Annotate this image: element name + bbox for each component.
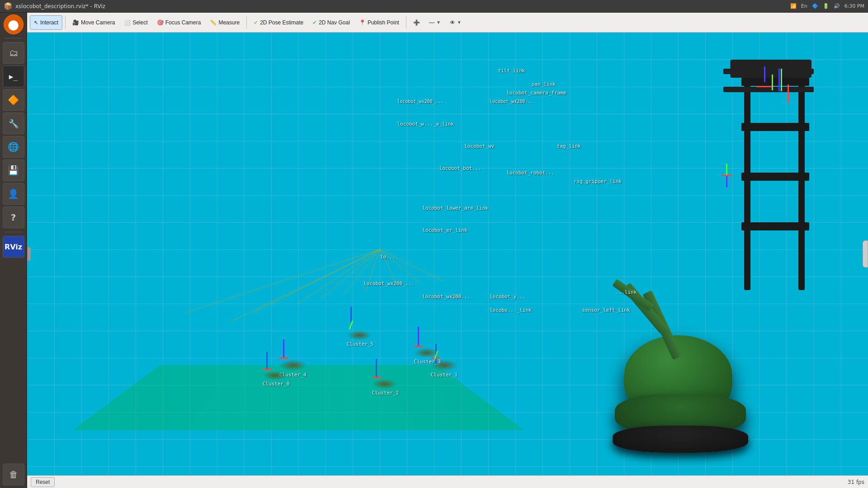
nav-goal-button[interactable]: ✔ 2D Nav Goal [308,15,354,30]
sep-1 [65,16,66,29]
reset-button[interactable]: Reset [31,477,55,487]
cluster-2-label: Cluster_2 [372,390,399,396]
pose-estimate-button[interactable]: ✔ 2D Pose Estimate [250,15,307,30]
label-lower-arm: locobot_lower_arm_link [422,205,488,211]
dropdown-arrow-2: ▼ [457,20,462,25]
label-sensor-left: sensor_left_link [582,307,630,313]
sidebar-item-account[interactable]: 👤 [3,183,24,205]
sidebar-item-settings[interactable]: 🔧 [3,113,24,134]
publish-icon: 📍 [359,19,366,26]
x-axis-top [756,86,772,87]
cursor-icon: ↖ [34,19,38,26]
cluster-6-group: Cluster_0 [263,352,290,387]
cluster-6-z-axis [266,352,268,369]
fps-label: 31 fps [848,479,864,485]
cluster-3-z-axis [418,327,419,346]
select-label: Select [132,19,147,26]
cluster-2-z-axis [376,359,377,377]
label-pan-link: pan_link [532,81,556,87]
pose-icon: ✔ [254,19,258,26]
view-mode-dropdown[interactable]: 👁 ▼ [446,15,466,30]
volume-icon: 🔊 [834,3,840,9]
label-link-unknown: ...link [616,289,637,295]
lang-indicator: En [801,3,807,9]
line-icon: — [429,19,434,26]
sidebar-item-ubuntu-sw[interactable]: 🔶 [3,89,24,111]
battery-icon: 🔋 [823,3,829,9]
axis-marker-arm [721,164,732,188]
label-wx200-c: locobot_wx200... [422,294,470,300]
label-rsg-gripper: rsg_gripper_link [574,178,622,184]
toolbar: ↖ Interact 🎥 Move Camera ⬜ Select 🎯 Focu… [27,13,868,33]
interact-button[interactable]: ↖ Interact [30,15,62,30]
axis-marker-top [756,66,773,90]
sidebar-item-rviz[interactable]: RViz [3,236,24,258]
tower-shelf-bottom [741,222,809,230]
sidebar-item-browser[interactable]: 🌐 [3,136,24,158]
cluster-5-y-axis [349,320,353,329]
focus-camera-button[interactable]: 🎯 Focus Camera [153,15,205,30]
sep-3 [406,16,406,29]
label-locobot-wv: locobot_wv [464,143,494,149]
label-locobot-y: locobot_y... [490,294,525,300]
label-lo: lo... [380,254,395,260]
nav-goal-label: 2D Nav Goal [319,19,350,26]
measure-label: Measure [218,19,240,26]
globe-icon: 🌐 [8,141,19,152]
ruler-icon: 📏 [210,19,217,26]
sidebar-item-trash[interactable]: 🗑 [3,464,24,485]
ubuntu-sw-icon: 🔶 [8,94,19,105]
y-axis-arm [726,164,727,175]
cluster-3-group: Cluster_3 [414,327,441,365]
select-button[interactable]: ⬜ Select [120,15,151,30]
sidebar-item-help[interactable]: ? [3,206,24,228]
camera-line-dropdown[interactable]: — ▼ [425,15,445,30]
sidebar-item-files[interactable]: 🗂 [3,42,24,64]
focus-camera-label: Focus Camera [165,19,201,26]
move-camera-button[interactable]: 🎥 Move Camera [68,15,119,30]
sep-2 [246,16,247,29]
dropdown-arrow-1: ▼ [436,20,441,25]
cluster-2-group: Cluster_2 [372,359,399,396]
eye-icon: 👁 [450,19,455,26]
sidebar-item-drive[interactable]: 💾 [3,160,24,181]
cluster-3-label: Cluster_3 [414,359,441,365]
cluster-2-points [372,379,397,389]
robot-base-rim [613,426,748,453]
sidebar-item-terminal[interactable]: ▶_ [3,66,24,87]
right-edge-handle[interactable] [863,240,868,267]
label-locobot-wx200-1: locobot_wx200_... [397,99,443,104]
label-camera-frame: locobot_camera_frame [506,90,566,96]
bluetooth-icon: 🔷 [812,3,818,9]
axis-green-1 [781,69,782,91]
viewport-3d[interactable]: tilt_link pan_link locobot_camera_frame … [27,33,868,475]
publish-point-label: Publish Point [368,19,399,26]
label-locobo-link: locobo..._link [490,307,532,313]
titlebar-right: 📶 En 🔷 🔋 🔊 6:30 PM [790,3,864,9]
titlebar-title: xslocobot_description.rviz* - RViz [15,3,105,9]
label-locobot-w: locobot_w..._a_link [397,121,454,127]
rviz-icon: RViz [5,243,22,251]
app-icon: 📦 [4,2,13,10]
terminal-icon: ▶_ [9,72,18,81]
plus-icon: ➕ [413,19,420,26]
cluster-3-x-axis [414,346,423,347]
viewport-background: tilt_link pan_link locobot_camera_frame … [27,33,868,475]
sidebar: ⬤ 🗂 ▶_ 🔶 🔧 🌐 💾 👤 ? RViz [0,13,27,488]
sidebar-item-ubuntu[interactable]: ⬤ [4,14,24,34]
pose-estimate-label: 2D Pose Estimate [260,19,303,26]
interact-label: Interact [40,19,58,26]
content-area: ↖ Interact 🎥 Move Camera ⬜ Select 🎯 Focu… [27,13,868,488]
files-icon: 🗂 [9,47,18,58]
label-locobot-robot: locobot_robot... [506,170,554,176]
tower-shelf-lower [741,173,809,181]
question-icon: ? [11,212,16,223]
left-edge-handle[interactable] [27,247,31,261]
move-camera-label: Move Camera [81,19,115,26]
publish-point-button[interactable]: 📍 Publish Point [355,15,403,30]
measure-button[interactable]: 📏 Measure [206,15,244,30]
titlebar-left: 📦 xslocobot_description.rviz* - RViz [4,2,105,10]
select-icon: ⬜ [124,19,131,26]
camera-plus-button[interactable]: ➕ [409,15,424,30]
label-tilt-link: tilt_link [498,68,525,74]
